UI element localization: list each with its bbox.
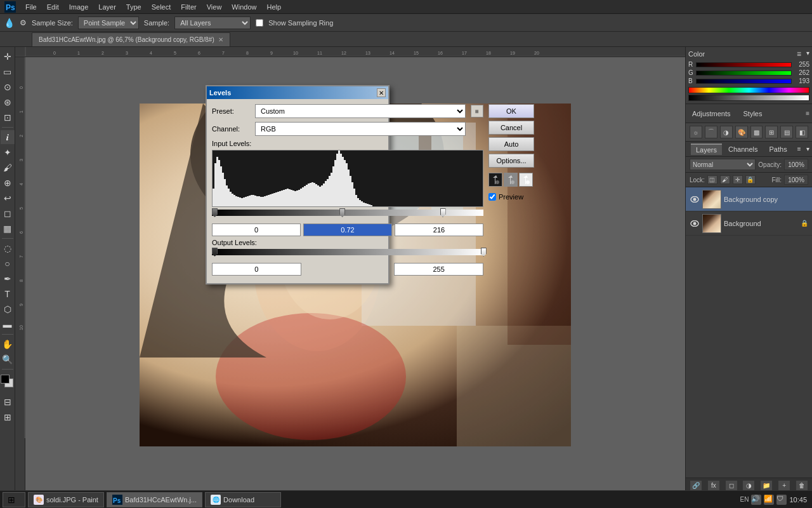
blur-tool[interactable]: ◌ [1,241,15,255]
bw-bar[interactable] [688,95,809,101]
quick-select-tool[interactable]: ⊛ [1,95,15,109]
dodge-tool[interactable]: ○ [1,257,15,271]
opacity-input[interactable] [784,159,808,170]
brush-tool[interactable]: 🖌 [1,161,15,175]
shape-tool[interactable]: ▬ [1,318,15,331]
type-tool[interactable]: T [1,287,15,301]
menu-edit[interactable]: Edit [42,2,64,12]
history-brush-tool[interactable]: ↩ [1,191,15,205]
menu-view[interactable]: View [202,2,227,12]
output-shadow-value[interactable] [212,263,301,276]
quick-mask-tool[interactable]: ⊟ [1,395,15,409]
volume-icon[interactable]: 🔊 [751,495,761,505]
hand-tool[interactable]: ✋ [1,337,15,351]
network-icon[interactable]: 📶 [764,495,774,505]
add-mask-btn[interactable]: ◻ [725,480,738,491]
delete-layer-btn[interactable]: 🗑 [796,480,808,491]
layer-background[interactable]: Background 🔒 [686,211,812,236]
crop-tool[interactable]: ⊡ [1,110,15,124]
zoom-tool[interactable]: 🔍 [1,352,15,366]
curves-btn[interactable]: ⌒ [705,126,717,138]
spectrum-bar[interactable] [688,87,809,93]
marquee-tool[interactable]: ▭ [1,65,15,79]
lock-transparent-btn[interactable]: ◫ [707,175,717,184]
sample-size-select[interactable]: Point Sample [78,17,139,29]
b-slider[interactable] [696,79,792,84]
file-tab[interactable]: Bafd31HCcAEwtWn.jpg @ 66,7% (Background … [32,32,230,46]
blend-mode-select[interactable]: Normal [690,159,756,170]
color-adj-btn[interactable]: ⊞ [765,126,778,138]
collapse-icon[interactable]: ▾ [806,50,809,58]
paths-tab[interactable]: Paths [764,144,792,154]
menu-layer[interactable]: Layer [93,2,121,12]
path-tool[interactable]: ⬡ [1,302,15,316]
layers-panel-collapse[interactable]: ▾ [806,145,809,152]
white-point-eyedropper[interactable] [519,173,533,187]
pen-tool[interactable]: ✒ [1,272,15,286]
layer-visibility-bg[interactable] [690,218,700,229]
ok-button[interactable]: OK [488,104,534,118]
file-tab-close[interactable]: ✕ [218,36,223,43]
menu-window[interactable]: Window [226,2,261,12]
tool-options-icon[interactable]: ⚙ [20,18,27,27]
lock-image-btn[interactable]: 🖌 [720,175,730,184]
brightness-btn[interactable]: ☼ [690,126,702,138]
lasso-tool[interactable]: ⊙ [1,80,15,94]
preset-options-button[interactable]: ≡ [471,105,483,117]
gradient-adj-btn[interactable]: ▤ [780,126,793,138]
threshold-btn[interactable]: ◧ [796,126,808,138]
clone-tool[interactable]: ⊕ [1,176,15,190]
eyedropper-tool[interactable]: 𝒊 [1,130,15,144]
cancel-button[interactable]: Cancel [488,121,534,135]
color-swatches[interactable] [1,375,15,391]
g-slider[interactable] [696,70,792,76]
link-layers-btn[interactable]: 🔗 [690,480,702,491]
r-slider[interactable] [696,62,792,67]
taskbar-paint-item[interactable]: 🎨 soldi.JPG - Paint [28,492,104,507]
eraser-tool[interactable]: ◻ [1,206,15,220]
menu-select[interactable]: Select [147,2,176,12]
new-adjustment-btn[interactable]: ◑ [742,480,755,491]
lock-all-btn[interactable]: 🔒 [745,175,756,184]
layers-panel-menu[interactable]: ≡ [797,145,801,152]
input-shadow-value[interactable] [212,224,301,236]
preview-checkbox[interactable] [488,193,496,201]
layer-background-copy[interactable]: Background copy [686,187,812,211]
new-group-btn[interactable]: 📁 [760,480,773,491]
lock-position-btn[interactable]: ✛ [733,175,743,184]
start-button[interactable]: ⊞ [3,492,25,507]
output-highlight-value[interactable] [394,263,483,276]
screen-mode-tool[interactable]: ⊞ [1,410,15,424]
bw-adj-btn[interactable]: ▩ [750,126,763,138]
preset-select[interactable]: Custom [255,104,466,118]
options-button[interactable]: Options... [488,154,534,168]
hue-btn[interactable]: 🎨 [735,126,748,138]
menu-type[interactable]: Type [121,2,147,12]
layers-tab[interactable]: Layers [691,144,722,155]
foreground-color[interactable] [1,375,10,384]
adjustments-tab[interactable]: Adjustments [688,109,735,119]
menu-image[interactable]: Image [64,2,94,12]
input-highlight-value[interactable] [395,224,483,236]
layer-visibility-bg-copy[interactable] [690,194,700,204]
gradient-tool[interactable]: ▦ [1,222,15,236]
menu-help[interactable]: Help [261,2,286,12]
security-icon[interactable]: 🛡 [776,495,787,505]
taskbar-download-item[interactable]: 🌐 Download [205,492,281,507]
input-midtone-value[interactable] [303,224,392,236]
expand-icon[interactable]: ≡ [797,50,801,58]
panel-options[interactable]: ≡ [806,110,809,117]
add-style-btn[interactable]: fx [707,480,720,491]
auto-button[interactable]: Auto [488,137,534,151]
gray-point-eyedropper[interactable] [504,173,518,187]
menu-filter[interactable]: Filter [176,2,201,12]
sample-select[interactable]: All Layers [174,17,251,29]
healing-tool[interactable]: ✦ [1,145,15,159]
exposure-btn[interactable]: ◑ [720,126,733,138]
channel-select[interactable]: RGB [255,122,466,136]
menu-file[interactable]: File [20,2,42,12]
black-point-eyedropper[interactable] [488,173,502,187]
fill-input[interactable] [784,175,808,185]
levels-close-button[interactable]: ✕ [377,88,386,97]
move-tool[interactable]: ✛ [1,50,15,64]
